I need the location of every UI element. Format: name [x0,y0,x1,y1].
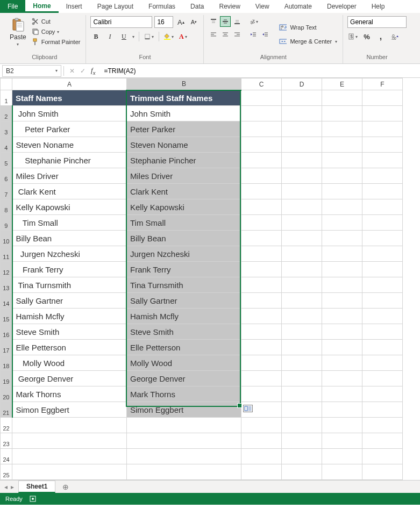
cell-C11[interactable] [241,246,282,262]
column-header-B[interactable]: B [127,78,241,90]
tab-view[interactable]: View [248,0,277,13]
cell-C19[interactable] [241,371,282,386]
align-middle-button[interactable] [220,16,231,27]
cell-A23[interactable] [12,433,127,449]
cell-F23[interactable] [362,433,403,449]
italic-button[interactable]: I [104,31,115,42]
paste-button[interactable]: Paste ▾ [8,16,29,53]
cell-A2[interactable]: John Smith [12,106,127,121]
cell-A20[interactable]: Mark Thorns [12,386,127,402]
cell-E10[interactable] [322,231,362,246]
row-header-18[interactable]: 18 [1,355,12,371]
percent-format-button[interactable]: % [361,31,372,42]
cell-E24[interactable] [322,449,362,464]
cell-C24[interactable] [241,449,282,464]
cell-A5[interactable]: Stephanie Pincher [12,153,127,168]
cell-D20[interactable] [282,386,322,402]
cell-A11[interactable]: Jurgen Nzcheski [12,246,127,262]
cell-B19[interactable]: George Denver [127,371,241,386]
cell-F6[interactable] [362,168,403,184]
cell-A19[interactable]: George Denver [12,371,127,386]
merge-center-button[interactable]: Merge & Center ▾ [278,37,338,46]
column-header-F[interactable]: F [362,78,403,90]
cell-A22[interactable] [12,418,127,433]
cell-D11[interactable] [282,246,322,262]
cell-D19[interactable] [282,371,322,386]
cell-B20[interactable]: Mark Thorns [127,386,241,402]
cell-C3[interactable] [241,121,282,137]
cell-C18[interactable] [241,355,282,371]
cell-C22[interactable] [241,418,282,433]
cell-E11[interactable] [322,246,362,262]
sheet-nav[interactable]: ◂ ▸ [0,483,18,491]
cell-C4[interactable] [241,137,282,153]
sheet-next-icon[interactable]: ▸ [11,483,14,491]
cell-D21[interactable] [282,402,322,418]
cell-F1[interactable] [362,90,403,106]
row-header-7[interactable]: 7 [1,184,12,199]
tab-data[interactable]: Data [183,0,211,13]
cell-F25[interactable] [362,464,403,480]
row-header-1[interactable]: 1 [1,90,12,106]
tab-home[interactable]: Home [25,0,58,13]
row-header-10[interactable]: 10 [1,231,12,246]
cell-F11[interactable] [362,246,403,262]
cell-D10[interactable] [282,231,322,246]
cell-C12[interactable] [241,262,282,277]
cell-C17[interactable] [241,340,282,355]
cell-C25[interactable] [241,464,282,480]
cell-F22[interactable] [362,418,403,433]
cell-F18[interactable] [362,355,403,371]
cell-F3[interactable] [362,121,403,137]
align-top-button[interactable] [208,16,219,27]
cell-C10[interactable] [241,231,282,246]
align-bottom-button[interactable] [232,16,243,27]
cell-D13[interactable] [282,277,322,293]
cell-B2[interactable]: John Smith [127,106,241,121]
row-header-6[interactable]: 6 [1,168,12,184]
row-header-12[interactable]: 12 [1,262,12,277]
tab-formulas[interactable]: Formulas [141,0,183,13]
row-header-24[interactable]: 24 [1,449,12,464]
cell-B11[interactable]: Jurgen Nzcheski [127,246,241,262]
format-painter-button[interactable]: Format Painter [31,38,82,46]
cell-A8[interactable]: Kelly Kapowski [12,199,127,215]
cell-D23[interactable] [282,433,322,449]
increase-decimal-button[interactable]: .0.00 [389,31,400,42]
cell-B23[interactable] [127,433,241,449]
cell-B24[interactable] [127,449,241,464]
decrease-indent-button[interactable] [248,29,259,40]
cell-F2[interactable] [362,106,403,121]
cell-E19[interactable] [322,371,362,386]
row-header-20[interactable]: 20 [1,386,12,402]
row-header-25[interactable]: 25 [1,464,12,480]
fx-icon[interactable]: fx [91,66,95,76]
row-header-19[interactable]: 19 [1,371,12,386]
cell-B15[interactable]: Hamish Mcfly [127,309,241,324]
row-header-5[interactable]: 5 [1,153,12,168]
worksheet-grid[interactable]: ABCDEF1Staff NamesTrimmed Staff Names2 J… [0,78,420,480]
cell-C5[interactable] [241,153,282,168]
cell-A24[interactable] [12,449,127,464]
decrease-font-icon[interactable]: A▾ [188,17,199,27]
cell-D7[interactable] [282,184,322,199]
row-header-16[interactable]: 16 [1,324,12,340]
font-size-input[interactable] [154,16,173,28]
cell-F17[interactable] [362,340,403,355]
column-header-D[interactable]: D [282,78,322,90]
row-header-17[interactable]: 17 [1,340,12,355]
tab-file[interactable]: File [0,0,25,13]
row-header-22[interactable]: 22 [1,418,12,433]
row-header-3[interactable]: 3 [1,121,12,137]
cell-C7[interactable] [241,184,282,199]
tab-page-layout[interactable]: Page Layout [90,0,141,13]
cell-F5[interactable] [362,153,403,168]
cell-B18[interactable]: Molly Wood [127,355,241,371]
select-all-corner[interactable] [1,78,12,90]
cell-B22[interactable] [127,418,241,433]
formula-input[interactable] [101,66,420,76]
accept-formula-icon[interactable]: ✓ [80,67,86,75]
cell-E21[interactable] [322,402,362,418]
wrap-text-button[interactable]: abc Wrap Text [278,23,338,32]
cut-button[interactable]: Cut [31,17,82,26]
